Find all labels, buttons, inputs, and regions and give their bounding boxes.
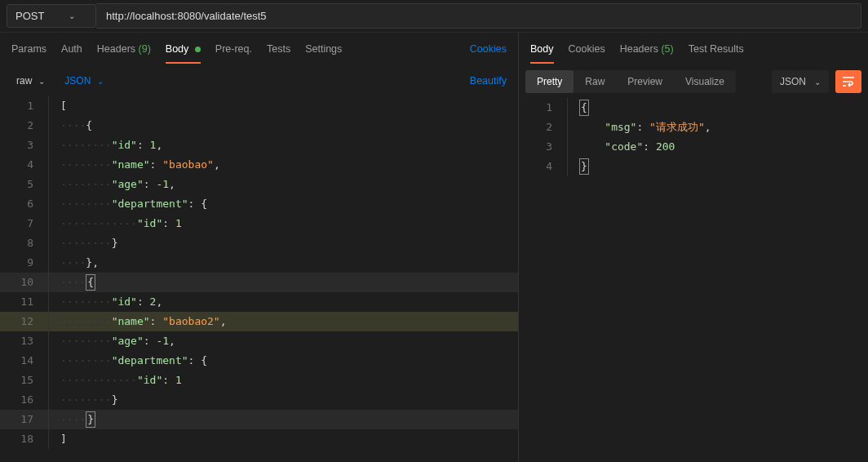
response-body-viewer[interactable]: 1{2 "msg": "请求成功",3 "code": 2004}: [519, 98, 868, 462]
response-view-segment: Pretty Raw Preview Visualize: [525, 70, 736, 93]
code-content: }: [568, 157, 589, 176]
code-line[interactable]: 4········"name": "baobao",: [0, 155, 518, 175]
code-content: {: [568, 98, 589, 118]
body-format-dropdown[interactable]: JSON ⌄: [60, 72, 108, 90]
cookies-link[interactable]: Cookies: [470, 43, 507, 55]
code-content: ········}: [49, 390, 117, 410]
tab-resp-body[interactable]: Body: [530, 35, 554, 63]
code-line[interactable]: 18]: [0, 429, 518, 449]
view-pretty[interactable]: Pretty: [525, 70, 574, 93]
view-preview[interactable]: Preview: [616, 70, 674, 93]
chevron-down-icon: ⌄: [69, 11, 75, 20]
code-line[interactable]: 17····}: [0, 410, 518, 429]
response-format-dropdown[interactable]: JSON ⌄: [772, 70, 829, 93]
resp-headers-count: (5): [661, 43, 673, 55]
tab-settings[interactable]: Settings: [305, 35, 342, 63]
code-line[interactable]: 3········"id": 1,: [0, 135, 518, 155]
line-number: 4: [519, 157, 568, 176]
line-number: 1: [0, 96, 49, 116]
code-line[interactable]: 13········"age": -1,: [0, 331, 518, 351]
tab-headers-label: Headers: [97, 43, 135, 55]
code-content: ········"age": -1,: [49, 175, 175, 194]
view-visualize[interactable]: Visualize: [674, 70, 736, 93]
line-number: 18: [0, 429, 49, 449]
request-body-subbar: raw ⌄ JSON ⌄ Beautify: [0, 65, 518, 96]
tab-params[interactable]: Params: [11, 35, 46, 63]
tab-headers[interactable]: Headers (9): [97, 35, 151, 63]
code-line[interactable]: 5········"age": -1,: [0, 175, 518, 194]
code-line[interactable]: 1[: [0, 96, 518, 116]
line-number: 13: [0, 331, 49, 351]
code-line[interactable]: 1{: [519, 98, 868, 118]
line-number: 5: [0, 175, 49, 194]
body-type-label: raw: [16, 75, 32, 87]
tab-tests[interactable]: Tests: [267, 35, 290, 63]
line-number: 12: [0, 312, 49, 331]
beautify-button[interactable]: Beautify: [470, 75, 507, 87]
view-raw[interactable]: Raw: [574, 70, 616, 93]
code-content: ········"name": "baobao",: [49, 155, 220, 175]
tab-auth[interactable]: Auth: [61, 35, 82, 63]
line-number: 15: [0, 371, 49, 390]
tab-resp-headers[interactable]: Headers (5): [620, 35, 674, 63]
response-tabs: Body Cookies Headers (5) Test Results: [519, 33, 868, 65]
code-line[interactable]: 2 "msg": "请求成功",: [519, 118, 868, 137]
request-body-editor[interactable]: 1[2····{3········"id": 1,4········"name"…: [0, 96, 518, 462]
code-line[interactable]: 15············"id": 1: [0, 371, 518, 390]
line-number: 2: [0, 116, 49, 135]
code-line[interactable]: 16········}: [0, 390, 518, 410]
code-content: "msg": "请求成功",: [568, 118, 711, 137]
line-number: 2: [519, 118, 568, 137]
response-subbar: Pretty Raw Preview Visualize JSON ⌄: [519, 65, 868, 98]
code-content: ····{: [49, 116, 92, 135]
code-content: [: [49, 96, 67, 116]
tab-body-label: Body: [166, 43, 189, 55]
code-line[interactable]: 14········"department": {: [0, 351, 518, 371]
code-line[interactable]: 6········"department": {: [0, 194, 518, 214]
tab-prereq[interactable]: Pre-req.: [215, 35, 252, 63]
line-number: 10: [0, 273, 49, 292]
code-line[interactable]: 11········"id": 2,: [0, 292, 518, 312]
code-content: ········"department": {: [49, 351, 207, 371]
code-content: ········"name": "baobao2",: [49, 312, 227, 331]
body-type-dropdown[interactable]: raw ⌄: [11, 72, 50, 90]
headers-count: (9): [139, 43, 151, 55]
line-number: 3: [519, 137, 568, 157]
line-number: 9: [0, 253, 49, 273]
response-format-label: JSON: [780, 76, 806, 87]
code-line[interactable]: 2····{: [0, 116, 518, 135]
code-content: ············"id": 1: [49, 371, 182, 390]
url-input[interactable]: [96, 3, 861, 29]
line-number: 11: [0, 292, 49, 312]
code-content: ········"id": 1,: [49, 135, 162, 155]
tab-resp-headers-label: Headers: [620, 43, 658, 55]
chevron-down-icon: ⌄: [814, 78, 821, 87]
chevron-down-icon: ⌄: [38, 77, 45, 86]
code-content: ········"age": -1,: [49, 331, 175, 351]
code-line[interactable]: 9····},: [0, 253, 518, 273]
wrap-lines-button[interactable]: [835, 70, 861, 93]
code-content: ····}: [49, 410, 95, 429]
http-method-dropdown[interactable]: POST ⌄: [7, 4, 96, 28]
tab-test-results[interactable]: Test Results: [689, 35, 744, 63]
line-number: 7: [0, 214, 49, 233]
code-content: ]: [49, 429, 67, 449]
line-number: 17: [0, 410, 49, 429]
line-number: 6: [0, 194, 49, 214]
code-content: ············"id": 1: [49, 214, 182, 233]
unsaved-dot-icon: [195, 47, 201, 52]
line-number: 4: [0, 155, 49, 175]
tab-resp-cookies[interactable]: Cookies: [569, 35, 605, 63]
code-line[interactable]: 4}: [519, 157, 868, 176]
tab-body[interactable]: Body: [166, 35, 201, 63]
request-tabs: Params Auth Headers (9) Body Pre-req. Te…: [0, 33, 518, 65]
code-line[interactable]: 12········"name": "baobao2",: [0, 312, 518, 331]
code-content: "code": 200: [568, 137, 675, 157]
code-line[interactable]: 7············"id": 1: [0, 214, 518, 233]
code-line[interactable]: 3 "code": 200: [519, 137, 868, 157]
code-line[interactable]: 10····{: [0, 273, 518, 292]
code-content: ········"department": {: [49, 194, 207, 214]
line-number: 16: [0, 390, 49, 410]
code-line[interactable]: 8········}: [0, 233, 518, 253]
line-number: 3: [0, 135, 49, 155]
